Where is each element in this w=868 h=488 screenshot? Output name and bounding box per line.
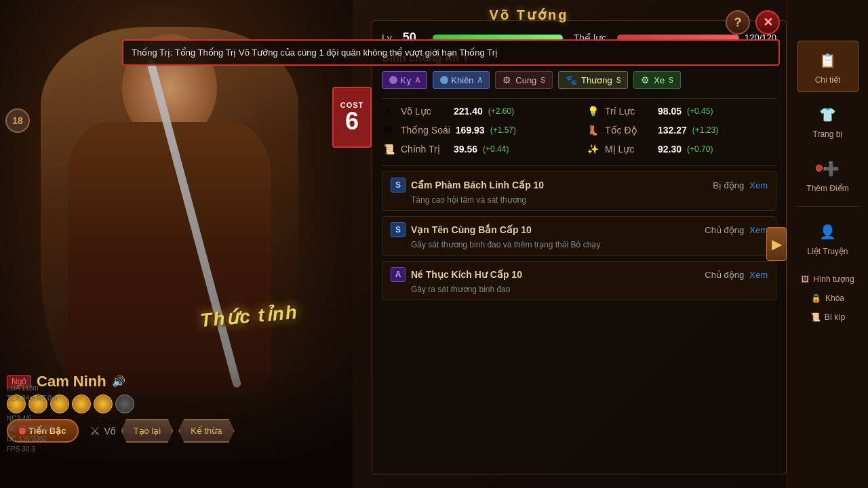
skill-tags: Kỵ A Khiên A ⚙ Cung S 🐾 Thương S ⚙ Xe S	[382, 71, 776, 89]
mi-luc-value: 92.30	[658, 144, 682, 155]
action-buttons: Tiến Bậc ⚔ Võ Tạo lại Kế thừa	[7, 419, 346, 443]
mi-luc-name: Mị Lực	[605, 144, 652, 155]
expand-arrow-button[interactable]: ▶	[766, 227, 787, 261]
toc-do-value: 132.27	[658, 125, 687, 136]
tag-dot-ky	[389, 76, 397, 84]
skill-1-name: Cẩm Phàm Bách Linh Cấp 10	[411, 180, 707, 190]
close-button[interactable]: ✕	[755, 10, 780, 35]
skill-3-xem[interactable]: Xem	[749, 270, 768, 280]
skill-tag-thuong: 🐾 Thương S	[558, 71, 628, 89]
tri-luc-icon: 💡	[586, 104, 599, 118]
vo-luc-bonus: (+2.60)	[488, 106, 514, 116]
stats-grid: ⚔ Võ Lực 221.40 (+2.60) 💡 Trí Lực 98.05 …	[382, 104, 776, 156]
skill-2-type: Chủ động	[705, 225, 744, 235]
skill-3-header: A Né Thục Kích Hư Cấp 10 Chủ động Xem	[391, 267, 768, 282]
thong-soai-bonus: (+1.57)	[490, 125, 516, 135]
divider-1	[382, 98, 776, 99]
alert-text: Thống Trị: Tổng Thống Trị Võ Tướng của c…	[132, 47, 498, 58]
liet-truyen-label: Liệt Truyện	[807, 247, 848, 256]
tri-luc-bonus: (+0.45)	[687, 106, 713, 116]
skill-item-2: S Vạn Tên Cùng Bắn Cấp 10 Chủ động Xem G…	[382, 216, 776, 256]
tao-lai-button[interactable]: Tạo lại	[121, 419, 174, 443]
toc-do-name: Tốc Độ	[605, 125, 652, 136]
sidebar-item-hinh-tuong[interactable]: 🖼 Hình tượng	[795, 272, 859, 287]
toc-do-bonus: (+1.23)	[692, 125, 718, 135]
star-4	[72, 394, 91, 413]
mi-luc-bonus: (+0.70)	[687, 144, 713, 154]
chi-tiet-icon: 📋	[816, 48, 840, 73]
chinh-tri-value: 39.56	[454, 144, 477, 155]
speaker-icon[interactable]: 🔊	[112, 375, 125, 388]
ke-thua-button[interactable]: Kế thừa	[178, 419, 234, 443]
skill-3-name: Né Thục Kích Hư Cấp 10	[411, 269, 699, 280]
skill-1-type: Bị động	[713, 180, 744, 190]
sidebar-item-trang-bi[interactable]: 👕 Trang bị	[797, 95, 859, 146]
skill-2-xem[interactable]: Xem	[749, 225, 768, 235]
title-bar: Võ Tướng	[271, 7, 787, 23]
stat-mi-luc: ✨ Mị Lực 92.30 (+0.70)	[586, 142, 776, 156]
vo-luc-name: Võ Lực	[401, 106, 448, 117]
top-right-buttons: ? ✕	[726, 10, 780, 35]
khoa-label: Khóa	[825, 293, 844, 303]
stat-thong-soai: 🏛 Thống Soái 169.93 (+1.57)	[382, 123, 572, 137]
vo-luc-icon: ⚔	[382, 104, 395, 118]
them-diem-label: Thêm Điểm	[806, 184, 848, 193]
toc-do-icon: 👢	[586, 123, 599, 137]
vo-luc-value: 221.40	[454, 106, 483, 117]
skill-tag-cung: ⚙ Cung S	[495, 71, 553, 89]
them-diem-icon: ➕	[816, 157, 840, 181]
mi-luc-icon: ✨	[586, 142, 599, 156]
skill-1-badge: S	[391, 178, 406, 192]
thong-soai-name: Thống Soái	[401, 125, 450, 136]
number-circle: 18	[5, 108, 30, 133]
sidebar-divider	[795, 206, 860, 207]
skill-1-desc: Tăng cao hội tâm và sát thương	[391, 195, 768, 205]
thong-soai-icon: 🏛	[382, 123, 395, 137]
skill-1-header: S Cẩm Phàm Bách Linh Cấp 10 Bị động Xem	[391, 178, 768, 192]
skill-item-1: S Cẩm Phàm Bách Linh Cấp 10 Bị động Xem …	[382, 171, 776, 211]
skill-3-desc: Gây ra sát thương binh đao	[391, 285, 768, 294]
skill-1-xem[interactable]: Xem	[749, 180, 768, 190]
cost-badge: Cost 6	[332, 87, 372, 148]
trang-bi-icon: 👕	[816, 102, 840, 127]
stat-chinh-tri: 📜 Chính Trị 39.56 (+0.44)	[382, 142, 572, 156]
skill-2-header: S Vạn Tên Cùng Bắn Cấp 10 Chủ động Xem	[391, 222, 768, 237]
help-button[interactable]: ?	[726, 10, 750, 35]
tag-dot-khien	[440, 76, 448, 84]
skill-tag-xe: ⚙ Xe S	[633, 71, 681, 89]
chinh-tri-name: Chính Trị	[401, 144, 448, 155]
liet-truyen-icon: 👤	[816, 220, 840, 244]
sidebar-item-liet-truyen[interactable]: 👤 Liệt Truyện	[797, 212, 859, 264]
star-6	[115, 394, 134, 413]
cost-value: 6	[345, 109, 359, 134]
stat-toc-do: 👢 Tốc Độ 132.27 (+1.23)	[586, 123, 776, 137]
hinh-tuong-label: Hình tượng	[813, 274, 854, 284]
sidebar-item-chi-tiet[interactable]: 📋 Chi tiết	[797, 41, 859, 92]
alert-box: Thống Trị: Tổng Thống Trị Võ Tướng của c…	[122, 39, 780, 66]
stars-row	[7, 394, 346, 413]
sidebar-item-them-diem[interactable]: ➕ Thêm Điểm	[797, 149, 859, 201]
tri-luc-value: 98.05	[658, 106, 682, 117]
sidebar-item-bi-kip[interactable]: 📜 Bí kíp	[805, 310, 851, 325]
chinh-tri-bonus: (+0.44)	[483, 144, 509, 154]
divider-2	[382, 165, 776, 166]
main-panel: Lv 50 Thể lực 120/120 Binh chủng Ăn Ý Kỵ…	[372, 20, 787, 474]
skill-2-badge: S	[391, 222, 406, 237]
skill-item-3: A Né Thục Kích Hư Cấp 10 Chủ động Xem Gâ…	[382, 261, 776, 300]
stat-tri-luc: 💡 Trí Lực 98.05 (+0.45)	[586, 104, 776, 118]
page-title: Võ Tướng	[271, 7, 787, 23]
skill-2-desc: Gây sát thương binh đao và thêm trạng th…	[391, 240, 768, 249]
skills-list: S Cẩm Phàm Bách Linh Cấp 10 Bị động Xem …	[382, 171, 776, 300]
sidebar-extra: 🖼 Hình tượng 🔒 Khóa 📜 Bí kíp	[787, 272, 868, 325]
character-panel: 18 Thức tỉnh Ngô Cam Ninh 🔊 Tiến Bậc ⚔	[0, 0, 353, 488]
star-5	[94, 394, 113, 413]
sidebar-item-khoa[interactable]: 🔒 Khóa	[806, 291, 850, 306]
stat-vo-luc: ⚔ Võ Lực 221.40 (+2.60)	[382, 104, 572, 118]
debug-stats: LUA 113m TEX 84m RT 0m NC3 4/6 NC 6391/2…	[7, 383, 57, 454]
thong-soai-value: 169.93	[456, 125, 485, 136]
chi-tiet-label: Chi tiết	[815, 75, 841, 85]
skill-tag-ky: Kỵ A	[382, 71, 427, 89]
vo-label: Võ	[104, 426, 116, 436]
chinh-tri-icon: 📜	[382, 142, 395, 156]
skill-tag-khien: Khiên A	[433, 71, 490, 89]
